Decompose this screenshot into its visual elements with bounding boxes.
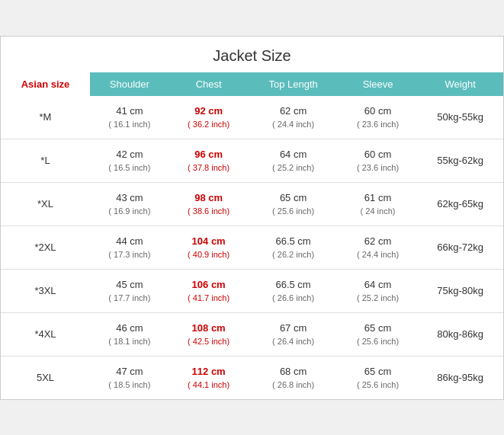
table-row: *3XL 45 cm( 17.7 inch) 106 cm( 41.7 inch… xyxy=(1,269,503,312)
chest-cell: 108 cm( 42.5 inch) xyxy=(169,312,249,356)
weight-cell: 50kg-55kg xyxy=(417,96,503,139)
sleeve-cell: 64 cm( 25.2 inch) xyxy=(339,269,418,312)
table-row: *XL 43 cm( 16.9 inch) 98 cm( 38.6 inch) … xyxy=(1,182,503,225)
top-length-cell: 66.5 cm( 26.6 inch) xyxy=(249,269,339,312)
weight-cell: 62kg-65kg xyxy=(417,182,503,225)
header-asian-size: Asian size xyxy=(1,72,90,96)
top-length-cell: 66.5 cm( 26.2 inch) xyxy=(249,225,339,269)
weight-cell: 75kg-80kg xyxy=(417,269,503,312)
shoulder-cell: 42 cm( 16.5 inch) xyxy=(90,139,169,182)
chest-cell: 106 cm( 41.7 inch) xyxy=(169,269,249,312)
chest-cell: 92 cm( 36.2 inch) xyxy=(169,96,249,139)
sleeve-cell: 60 cm( 23.6 inch) xyxy=(339,96,418,139)
header-shoulder: Shoulder xyxy=(90,72,169,96)
header-top-length: Top Length xyxy=(249,72,339,96)
size-cell: *M xyxy=(1,96,90,139)
jacket-size-table: Jacket Size Asian size Shoulder Chest To… xyxy=(0,36,504,400)
sleeve-cell: 65 cm( 25.6 inch) xyxy=(339,356,418,399)
shoulder-cell: 45 cm( 17.7 inch) xyxy=(90,269,169,312)
shoulder-cell: 43 cm( 16.9 inch) xyxy=(90,182,169,225)
header-sleeve: Sleeve xyxy=(339,72,418,96)
weight-cell: 55kg-62kg xyxy=(417,139,503,182)
header-chest: Chest xyxy=(169,72,249,96)
header-row: Asian size Shoulder Chest Top Length Sle… xyxy=(1,72,503,96)
size-cell: *L xyxy=(1,139,90,182)
table-row: 5XL 47 cm( 18.5 inch) 112 cm( 44.1 inch)… xyxy=(1,356,503,399)
top-length-cell: 62 cm( 24.4 inch) xyxy=(249,96,339,139)
table-row: *2XL 44 cm( 17.3 inch) 104 cm( 40.9 inch… xyxy=(1,225,503,269)
weight-cell: 86kg-95kg xyxy=(417,356,503,399)
weight-cell: 80kg-86kg xyxy=(417,312,503,356)
shoulder-cell: 44 cm( 17.3 inch) xyxy=(90,225,169,269)
shoulder-cell: 47 cm( 18.5 inch) xyxy=(90,356,169,399)
size-cell: 5XL xyxy=(1,356,90,399)
size-cell: *4XL xyxy=(1,312,90,356)
sleeve-cell: 61 cm( 24 inch) xyxy=(339,182,418,225)
size-cell: *2XL xyxy=(1,225,90,269)
size-cell: *3XL xyxy=(1,269,90,312)
chest-cell: 96 cm( 37.8 inch) xyxy=(169,139,249,182)
table-row: *L 42 cm( 16.5 inch) 96 cm( 37.8 inch) 6… xyxy=(1,139,503,182)
shoulder-cell: 46 cm( 18.1 inch) xyxy=(90,312,169,356)
sleeve-cell: 62 cm( 24.4 inch) xyxy=(339,225,418,269)
top-length-cell: 68 cm( 26.8 inch) xyxy=(249,356,339,399)
chest-cell: 104 cm( 40.9 inch) xyxy=(169,225,249,269)
sleeve-cell: 65 cm( 25.6 inch) xyxy=(339,312,418,356)
chest-cell: 98 cm( 38.6 inch) xyxy=(169,182,249,225)
table-title: Jacket Size xyxy=(1,37,503,72)
top-length-cell: 64 cm( 25.2 inch) xyxy=(249,139,339,182)
chest-cell: 112 cm( 44.1 inch) xyxy=(169,356,249,399)
table-row: *4XL 46 cm( 18.1 inch) 108 cm( 42.5 inch… xyxy=(1,312,503,356)
header-weight: Weight xyxy=(417,72,503,96)
shoulder-cell: 41 cm( 16.1 inch) xyxy=(90,96,169,139)
top-length-cell: 67 cm( 26.4 inch) xyxy=(249,312,339,356)
sleeve-cell: 60 cm( 23.6 inch) xyxy=(339,139,418,182)
table-row: *M 41 cm( 16.1 inch) 92 cm( 36.2 inch) 6… xyxy=(1,96,503,139)
size-cell: *XL xyxy=(1,182,90,225)
weight-cell: 66kg-72kg xyxy=(417,225,503,269)
top-length-cell: 65 cm( 25.6 inch) xyxy=(249,182,339,225)
